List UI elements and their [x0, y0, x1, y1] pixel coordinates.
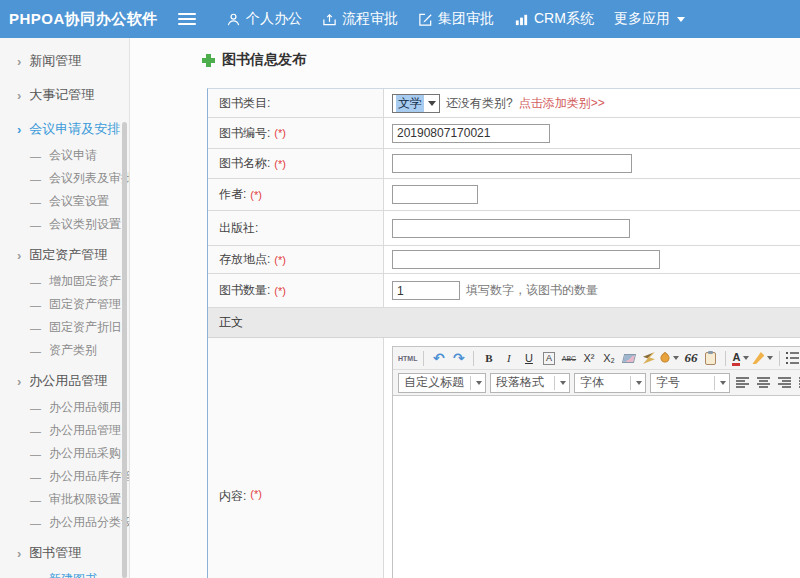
sidebar-group-fixed-assets[interactable]: ›固定资产管理: [0, 240, 129, 270]
sidebar-group-office-supplies[interactable]: ›办公用品管理: [0, 366, 129, 396]
editor-toolbar-row1: HTML ↶ ↷ B I U A ABC X² X₂: [393, 347, 800, 370]
field-value: [384, 179, 800, 210]
dash-icon: —: [30, 196, 41, 208]
sidebar-item[interactable]: —固定资产管理: [0, 293, 129, 316]
nav-workflow-approval[interactable]: 流程审批: [322, 10, 398, 28]
sidebar-item-label: 会议列表及审批: [49, 170, 130, 187]
superscript-button[interactable]: X²: [580, 349, 597, 367]
strikethrough-button[interactable]: ABC: [560, 349, 577, 367]
publisher-input[interactable]: [392, 219, 630, 238]
highlight-color-button[interactable]: [752, 349, 773, 367]
sidebar-item[interactable]: —办公用品库存管理: [0, 465, 129, 488]
nav-crm-system[interactable]: CRM系统: [514, 10, 594, 28]
required-mark: (*): [274, 127, 286, 139]
underline-button[interactable]: U: [520, 349, 537, 367]
sidebar-group-meetings[interactable]: ›会议申请及安排: [0, 114, 129, 144]
dash-icon: —: [30, 425, 41, 437]
book-number-input[interactable]: [392, 124, 550, 143]
sidebar-item-label: 资产类别: [49, 342, 97, 359]
sidebar-group-label: 新闻管理: [29, 52, 81, 70]
dash-icon: —: [30, 276, 41, 288]
quantity-input[interactable]: [392, 281, 460, 300]
sidebar-item-label: 办公用品管理: [49, 422, 121, 439]
sidebar-item[interactable]: —会议类别设置: [0, 213, 129, 236]
redo-icon[interactable]: ↷: [450, 349, 467, 367]
editor-content-area[interactable]: [393, 396, 800, 578]
font-size-dropdown[interactable]: 字号: [650, 373, 730, 393]
nav-group-approval[interactable]: 集团审批: [418, 10, 494, 28]
sidebar-item[interactable]: —审批权限设置: [0, 488, 129, 511]
nav-personal-office[interactable]: 个人办公: [226, 10, 302, 28]
paste-text-button[interactable]: [702, 349, 719, 367]
sidebar-item[interactable]: —会议列表及审批: [0, 167, 129, 190]
sidebar-group-news[interactable]: ›新闻管理: [0, 46, 129, 76]
sidebar-item[interactable]: —办公用品领用: [0, 396, 129, 419]
dash-icon: —: [30, 173, 41, 185]
caret-down-icon: [743, 356, 749, 360]
align-left-button[interactable]: [734, 374, 751, 392]
subscript-button[interactable]: X₂: [600, 349, 617, 367]
sidebar-item[interactable]: —办公用品采购: [0, 442, 129, 465]
sidebar-item-label: 新建图书: [49, 571, 97, 578]
font-color-icon: A: [732, 351, 740, 366]
clear-doc-button[interactable]: [640, 349, 657, 367]
nav-more-apps[interactable]: 更多应用: [614, 10, 685, 28]
author-input[interactable]: [392, 185, 478, 204]
location-input[interactable]: [392, 250, 660, 269]
rich-text-editor: HTML ↶ ↷ B I U A ABC X² X₂: [392, 346, 800, 578]
html-source-button[interactable]: HTML: [398, 349, 417, 367]
font-style-button[interactable]: A: [540, 349, 557, 367]
font-family-dropdown[interactable]: 字体: [574, 373, 646, 393]
menu-icon[interactable]: [178, 13, 196, 25]
required-mark: (*): [274, 158, 286, 170]
field-value: [384, 246, 800, 273]
book-name-input[interactable]: [392, 154, 632, 173]
broom-icon: [643, 352, 655, 364]
align-right-button[interactable]: [776, 374, 793, 392]
chevron-right-icon: ›: [17, 248, 21, 263]
caret-down-icon: [767, 356, 773, 360]
undo-icon[interactable]: ↶: [430, 349, 447, 367]
paragraph-format-dropdown[interactable]: 段落格式: [490, 373, 570, 393]
chevron-right-icon: ›: [17, 122, 21, 137]
dropdown-label: 字号: [656, 374, 680, 391]
sidebar-item-label: 办公用品分类设置: [49, 514, 130, 531]
sidebar-item[interactable]: —固定资产折旧: [0, 316, 129, 339]
add-category-link[interactable]: 点击添加类别>>: [519, 95, 605, 112]
paint-format-button[interactable]: [660, 349, 679, 367]
sidebar-item[interactable]: —会议申请: [0, 144, 129, 167]
font-color-button[interactable]: A: [732, 349, 749, 367]
sidebar-item-label: 办公用品采购: [49, 445, 121, 462]
toolbar-separator: [779, 351, 780, 366]
ordered-list-button[interactable]: [786, 349, 800, 367]
sidebar-group-events[interactable]: ›大事记管理: [0, 80, 129, 110]
field-value: [384, 211, 800, 245]
sidebar-item-new-book[interactable]: —新建图书: [0, 568, 129, 578]
sidebar-item[interactable]: —会议室设置: [0, 190, 129, 213]
dash-icon: —: [30, 517, 41, 529]
align-center-button[interactable]: [755, 374, 772, 392]
selected-option: 文学: [396, 95, 424, 112]
toolbar-separator: [473, 351, 474, 366]
custom-title-dropdown[interactable]: 自定义标题: [398, 373, 486, 393]
toolbar-separator: [725, 351, 726, 366]
sidebar-scrollbar[interactable]: [122, 122, 127, 578]
sidebar-item[interactable]: —资产类别: [0, 339, 129, 362]
form-row-author: 作者: (*): [208, 179, 800, 211]
required-mark: (*): [250, 488, 262, 500]
paste-icon: [705, 352, 716, 365]
sidebar-item[interactable]: —办公用品管理: [0, 419, 129, 442]
blockquote-button[interactable]: 66: [682, 349, 699, 367]
sidebar-group-books[interactable]: ›图书管理: [0, 538, 129, 568]
italic-button[interactable]: I: [500, 349, 517, 367]
book-category-select[interactable]: 文学: [392, 94, 440, 113]
app-logo: PHPOA协同办公软件: [0, 10, 150, 29]
field-label: 存放地点: (*): [208, 246, 384, 273]
sidebar-item[interactable]: —办公用品分类设置: [0, 511, 129, 534]
remove-format-button[interactable]: [620, 349, 637, 367]
bold-button[interactable]: B: [480, 349, 497, 367]
paint-format-icon: [659, 352, 672, 365]
nav-label: 个人办公: [246, 10, 302, 28]
sidebar-item[interactable]: —增加固定资产: [0, 270, 129, 293]
top-nav: 个人办公 流程审批 集团审批 CRM系统 更多应用: [226, 10, 685, 28]
